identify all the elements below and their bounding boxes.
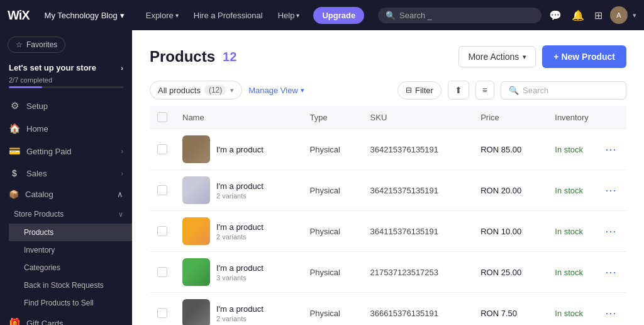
- product-type-1: Physical: [303, 170, 363, 211]
- sidebar-item-sales[interactable]: $ Sales ›: [0, 162, 132, 184]
- catalog-label: Catalog: [25, 190, 53, 199]
- notifications-icon[interactable]: 🔔: [569, 7, 587, 24]
- favorites-label: Favorites: [26, 40, 57, 49]
- top-search-icon: 🔍: [386, 11, 396, 20]
- filter-button[interactable]: ⊟ Filter: [397, 81, 441, 100]
- manage-view-label: Manage View: [248, 86, 298, 95]
- messages-icon[interactable]: 💬: [547, 7, 564, 24]
- product-variants-1: 2 variants: [216, 192, 264, 200]
- filter-funnel-icon: ⊟: [406, 86, 412, 94]
- product-cell-4: I'm a product 2 variants: [182, 299, 295, 325]
- sidebar-sub-item-back-in-stock[interactable]: Back in Stock Requests: [9, 277, 132, 294]
- gift-cards-label: Gift Cards: [26, 319, 64, 326]
- hire-link[interactable]: Hire a Professional: [187, 7, 269, 24]
- sales-icon: $: [9, 168, 20, 178]
- sidebar-sub-item-products[interactable]: Products: [9, 224, 132, 241]
- sidebar: ☆ Favorites Let's set up your store › 2/…: [0, 30, 132, 325]
- export-button[interactable]: ⬆: [448, 81, 469, 100]
- product-price-2: RON 10.00: [473, 211, 547, 252]
- new-product-button[interactable]: + New Product: [542, 45, 626, 68]
- wix-logo: WiX: [8, 8, 30, 23]
- top-search-input[interactable]: [399, 11, 534, 20]
- row-checkbox-3[interactable]: [157, 267, 167, 277]
- select-all-checkbox[interactable]: [157, 112, 167, 122]
- product-type-0: Physical: [303, 129, 363, 170]
- home-icon: 🏠: [9, 123, 20, 134]
- explore-link[interactable]: Explore ▾: [140, 7, 185, 24]
- table-row: I'm a product 2 variants Physical 364215…: [150, 170, 626, 211]
- product-cell-0: I'm a product: [182, 135, 295, 163]
- setup-arrow: ›: [121, 64, 123, 72]
- sidebar-item-getting-paid[interactable]: 💳 Getting Paid ›: [0, 140, 132, 162]
- product-variants-3: 3 variants: [216, 274, 264, 282]
- favorites-button[interactable]: ☆ Favorites: [8, 37, 65, 53]
- row-actions-2[interactable]: ⋯: [602, 222, 619, 241]
- row-actions-0[interactable]: ⋯: [602, 140, 619, 159]
- sidebar-sub-item-categories[interactable]: Categories: [9, 259, 132, 277]
- product-name-3: I'm a product: [216, 263, 264, 273]
- row-actions-1[interactable]: ⋯: [602, 181, 619, 200]
- avatar-arrow[interactable]: ▾: [633, 11, 636, 20]
- row-checkbox-1[interactable]: [157, 185, 167, 195]
- col-type: Type: [303, 106, 363, 129]
- help-link[interactable]: Help ▾: [272, 7, 306, 24]
- apps-icon[interactable]: ⊞: [592, 7, 605, 24]
- manage-view-button[interactable]: Manage View ▾: [248, 86, 304, 95]
- getting-paid-icon: 💳: [9, 145, 20, 157]
- catalog-arrow: ∧: [117, 190, 123, 199]
- upgrade-button[interactable]: Upgrade: [313, 7, 364, 24]
- setup-progress: 2/7 completed: [9, 76, 123, 88]
- home-label: Home: [26, 124, 48, 134]
- more-actions-label: More Actions: [468, 52, 519, 62]
- setup-label: Setup: [26, 101, 48, 111]
- catalog-icon: 📦: [9, 190, 19, 199]
- table-search-icon: 🔍: [509, 86, 519, 95]
- sidebar-item-home[interactable]: 🏠 Home: [0, 117, 132, 140]
- product-price-4: RON 7.50: [473, 293, 547, 326]
- product-thumb-2: [182, 217, 210, 245]
- manage-view-arrow: ▾: [301, 86, 304, 94]
- sidebar-sub-item-find-products[interactable]: Find Products to Sell: [9, 294, 132, 312]
- table-row: I'm a product 2 variants Physical 366615…: [150, 293, 626, 326]
- sales-label: Sales: [26, 169, 47, 178]
- row-checkbox-4[interactable]: [157, 308, 167, 318]
- product-name-1: I'm a product: [216, 181, 264, 191]
- top-navigation: WiX My Technology Blog ▾ Explore ▾ Hire …: [0, 0, 644, 30]
- sidebar-item-catalog[interactable]: 📦 Catalog ∧: [0, 184, 132, 205]
- sidebar-sub-item-inventory[interactable]: Inventory: [9, 241, 132, 259]
- all-products-filter[interactable]: All products (12) ▾: [150, 81, 242, 100]
- top-search-bar[interactable]: 🔍: [378, 8, 541, 23]
- progress-fill: [9, 86, 42, 88]
- sidebar-item-gift-cards[interactable]: 🎁 Gift Cards: [0, 312, 132, 325]
- header-actions: More Actions ▾ + New Product: [458, 45, 626, 68]
- row-actions-4[interactable]: ⋯: [602, 304, 619, 322]
- sidebar-item-setup[interactable]: ⚙ Setup: [0, 94, 132, 117]
- more-actions-button[interactable]: More Actions ▾: [458, 46, 536, 67]
- product-price-1: RON 20.00: [473, 170, 547, 211]
- product-thumb-3: [182, 258, 210, 286]
- product-type-2: Physical: [303, 211, 363, 252]
- product-cell-2: I'm a product 2 variants: [182, 217, 295, 245]
- product-cell-3: I'm a product 3 variants: [182, 258, 295, 286]
- blog-name: My Technology Blog: [45, 11, 118, 20]
- col-name: Name: [175, 106, 303, 129]
- col-sku: SKU: [363, 106, 474, 129]
- store-setup-title[interactable]: Let's set up your store ›: [9, 63, 123, 72]
- table-search-box[interactable]: 🔍: [501, 81, 626, 100]
- product-thumb-1: [182, 176, 210, 204]
- blog-selector[interactable]: My Technology Blog ▾: [40, 8, 130, 23]
- all-products-count: (12): [204, 85, 226, 95]
- columns-button[interactable]: ≡: [475, 81, 494, 100]
- blog-selector-arrow: ▾: [120, 11, 125, 20]
- row-actions-3[interactable]: ⋯: [602, 263, 619, 282]
- store-setup-section: Let's set up your store › 2/7 completed: [0, 57, 132, 94]
- avatar[interactable]: A: [610, 6, 628, 24]
- product-sku-1: 364215375135191: [363, 170, 474, 211]
- store-products-header[interactable]: Store Products ∨: [9, 205, 132, 224]
- row-checkbox-2[interactable]: [157, 226, 167, 236]
- row-checkbox-0[interactable]: [157, 144, 167, 154]
- getting-paid-label: Getting Paid: [26, 147, 72, 156]
- product-sku-0: 364215376135191: [363, 129, 474, 170]
- table-row: I'm a product 3 variants Physical 217537…: [150, 252, 626, 293]
- table-search-input[interactable]: [523, 86, 618, 95]
